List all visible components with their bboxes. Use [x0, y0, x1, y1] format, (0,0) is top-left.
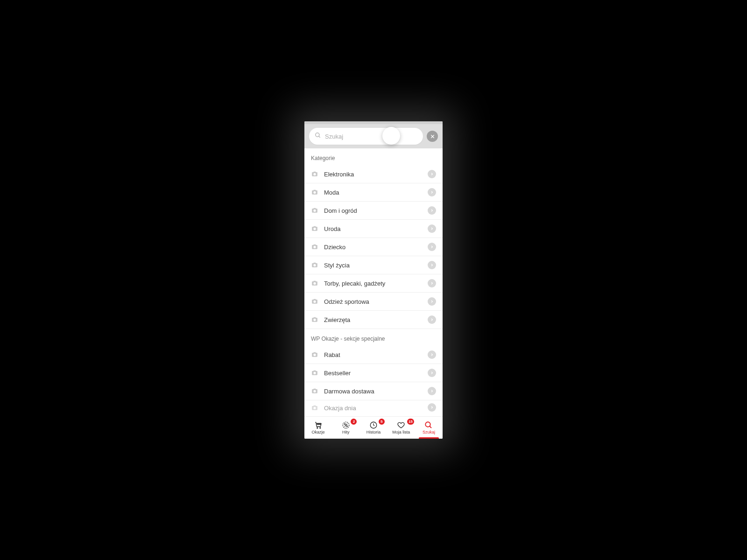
- svg-point-13: [426, 422, 431, 427]
- category-icon: [311, 404, 318, 412]
- nav-badge: 2: [351, 419, 357, 425]
- category-row-torby[interactable]: Torby, plecaki, gadżety: [304, 274, 443, 293]
- chevron-right-icon: [428, 206, 436, 215]
- category-row-dziecko[interactable]: Dziecko: [304, 238, 443, 256]
- nav-label: Hity: [342, 430, 350, 434]
- chevron-right-icon: [428, 387, 436, 395]
- nav-szukaj[interactable]: Szukaj: [415, 417, 443, 439]
- category-label: Moda: [324, 189, 422, 196]
- category-label: Elektronika: [324, 171, 422, 178]
- category-row-uroda[interactable]: Uroda: [304, 220, 443, 238]
- category-label: Zwierzęta: [324, 316, 422, 323]
- nav-historia[interactable]: 5 Historia: [359, 417, 387, 439]
- special-row-dostawa[interactable]: Darmowa dostawa: [304, 382, 443, 400]
- category-icon: [311, 243, 318, 251]
- chevron-right-icon: [428, 170, 436, 178]
- chevron-right-icon: [428, 261, 436, 269]
- category-label: Dom i ogród: [324, 207, 422, 214]
- category-icon: [311, 225, 318, 232]
- category-label: Rabat: [324, 351, 422, 358]
- category-label: Uroda: [324, 225, 422, 232]
- category-icon: [311, 189, 318, 196]
- chevron-right-icon: [428, 243, 436, 251]
- svg-point-10: [346, 426, 347, 427]
- percent-icon: [342, 421, 350, 429]
- category-label: Okazja dnia: [324, 405, 422, 412]
- chevron-right-icon: [428, 188, 436, 196]
- bottom-nav: Okazje 2 Hity 5 Historia 15 Moja lista: [304, 416, 443, 439]
- category-label: Styl życia: [324, 262, 422, 269]
- phone-frame: Kategorie Elektronika Moda Dom i ogród U…: [304, 121, 443, 439]
- search-bar: [304, 124, 443, 148]
- nav-okazje[interactable]: Okazje: [304, 417, 332, 439]
- clock-icon: [369, 421, 378, 429]
- category-row-styl[interactable]: Styl życia: [304, 256, 443, 274]
- svg-line-14: [430, 426, 432, 428]
- category-icon: [311, 261, 318, 269]
- category-icon: [311, 369, 318, 377]
- category-row-zwierzeta[interactable]: Zwierzęta: [304, 311, 443, 329]
- touch-indicator: [382, 127, 400, 145]
- category-icon: [311, 298, 318, 305]
- category-icon: [311, 280, 318, 287]
- chevron-right-icon: [428, 315, 436, 324]
- category-row-dom[interactable]: Dom i ogród: [304, 202, 443, 220]
- search-field[interactable]: [309, 128, 423, 145]
- section-header-specials: WP Okazje - sekcje specjalne: [304, 329, 443, 346]
- nav-label: Szukaj: [423, 430, 435, 434]
- chevron-right-icon: [428, 279, 436, 287]
- chevron-right-icon: [428, 369, 436, 377]
- category-label: Dziecko: [324, 244, 422, 251]
- cart-icon: [314, 421, 323, 429]
- category-icon: [311, 207, 318, 214]
- chevron-right-icon: [428, 350, 436, 359]
- nav-hity[interactable]: 2 Hity: [332, 417, 359, 439]
- special-row-rabat[interactable]: Rabat: [304, 346, 443, 364]
- search-icon: [424, 421, 433, 429]
- category-label: Torby, plecaki, gadżety: [324, 280, 422, 287]
- svg-point-5: [319, 427, 320, 428]
- special-row-okazja[interactable]: Okazja dnia: [304, 400, 443, 413]
- category-icon: [311, 387, 318, 395]
- heart-icon: [397, 421, 405, 429]
- nav-label: Historia: [366, 430, 381, 434]
- category-row-odziez[interactable]: Odzież sportowa: [304, 293, 443, 311]
- category-label: Bestseller: [324, 370, 422, 377]
- special-row-bestseller[interactable]: Bestseller: [304, 364, 443, 382]
- category-row-elektronika[interactable]: Elektronika: [304, 165, 443, 183]
- category-row-moda[interactable]: Moda: [304, 183, 443, 202]
- chevron-right-icon: [428, 297, 436, 306]
- close-search-button[interactable]: [427, 131, 438, 142]
- scroll-container[interactable]: Kategorie Elektronika Moda Dom i ogród U…: [304, 148, 443, 416]
- category-label: Darmowa dostawa: [324, 388, 422, 395]
- nav-mojalista[interactable]: 15 Moja lista: [388, 417, 415, 439]
- nav-badge: 5: [379, 419, 385, 425]
- category-icon: [311, 170, 318, 178]
- category-label: Odzież sportowa: [324, 298, 422, 305]
- svg-line-1: [319, 136, 320, 138]
- category-icon: [311, 351, 318, 358]
- nav-badge: 15: [407, 419, 414, 425]
- category-icon: [311, 316, 318, 323]
- search-input[interactable]: [325, 133, 417, 140]
- section-header-categories: Kategorie: [304, 148, 443, 165]
- svg-point-9: [344, 424, 345, 425]
- svg-point-4: [317, 427, 317, 428]
- search-icon: [315, 132, 321, 140]
- nav-label: Okazje: [312, 430, 325, 434]
- svg-line-11: [345, 424, 347, 427]
- svg-point-0: [316, 133, 319, 137]
- chevron-right-icon: [428, 403, 436, 412]
- chevron-right-icon: [428, 224, 436, 233]
- nav-label: Moja lista: [392, 430, 410, 434]
